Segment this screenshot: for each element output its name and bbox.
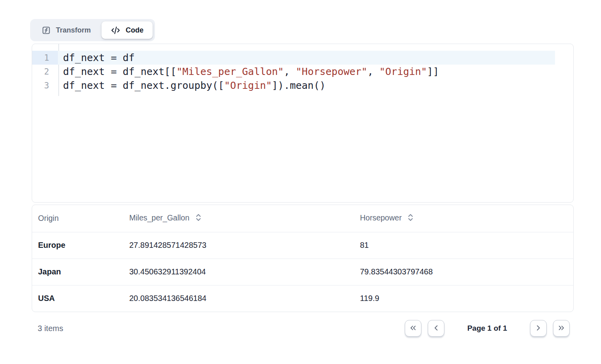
line-number: 3 bbox=[32, 79, 58, 92]
code-token: , bbox=[284, 66, 296, 77]
code-line[interactable]: 3 df_next = df_next.groupby(["Origin"]).… bbox=[32, 79, 573, 92]
code-token: df_next = df_next.groupby([ bbox=[63, 80, 224, 91]
code-line-text[interactable]: df_next = df_next[["Miles_per_Gallon", "… bbox=[58, 65, 555, 79]
page-status: Page 1 of 1 bbox=[467, 324, 507, 333]
code-token: ]] bbox=[427, 66, 439, 77]
code-token: df_next = df_next[[ bbox=[63, 66, 176, 77]
tab-transform-label: Transform bbox=[56, 26, 91, 34]
table-row: Japan 30.450632911392404 79.835443037974… bbox=[32, 259, 573, 285]
chevron-left-icon bbox=[432, 324, 440, 333]
code-token-string: "Origin" bbox=[379, 66, 427, 77]
cell-horsepower: 119.9 bbox=[354, 285, 573, 312]
table-footer: 3 items Page 1 of 1 bbox=[32, 312, 574, 345]
chevron-right-icon bbox=[534, 324, 543, 333]
tab-transform[interactable]: Transform bbox=[33, 21, 100, 39]
previous-page-button[interactable] bbox=[428, 320, 444, 337]
first-page-button[interactable] bbox=[405, 320, 421, 337]
code-line[interactable]: 2 df_next = df_next[["Miles_per_Gallon",… bbox=[32, 65, 573, 79]
code-token: df_next = df bbox=[63, 52, 135, 63]
code-token: ]).mean() bbox=[272, 80, 325, 91]
next-page-button[interactable] bbox=[530, 320, 547, 337]
cell-horsepower: 81 bbox=[354, 232, 573, 259]
cell-miles-per-gallon: 20.083534136546184 bbox=[123, 285, 354, 312]
code-token-string: "Origin" bbox=[224, 80, 272, 91]
code-icon bbox=[111, 25, 121, 35]
column-header-origin: Origin bbox=[32, 205, 123, 232]
column-header-horsepower[interactable]: Horsepower bbox=[354, 205, 573, 232]
code-line[interactable]: 1 df_next = df bbox=[32, 51, 573, 65]
pagination: Page 1 of 1 bbox=[405, 320, 570, 337]
code-token: , bbox=[367, 66, 379, 77]
cell-horsepower: 79.83544303797468 bbox=[354, 259, 573, 285]
chevrons-left-icon bbox=[409, 324, 417, 333]
code-token-string: "Horsepower" bbox=[296, 66, 367, 77]
table-header-row: Origin Miles_per_Gallon Horsepower bbox=[32, 205, 573, 232]
cell-origin: Japan bbox=[32, 259, 123, 285]
code-content: 1 df_next = df 2 df_next = df_next[["Mil… bbox=[32, 44, 573, 92]
table-row: USA 20.083534136546184 119.9 bbox=[32, 285, 573, 312]
code-line-text[interactable]: df_next = df_next.groupby(["Origin"]).me… bbox=[58, 79, 555, 92]
code-editor[interactable]: 1 df_next = df 2 df_next = df_next[["Mil… bbox=[32, 44, 574, 203]
sort-chevrons-icon bbox=[408, 215, 413, 223]
column-header-miles-per-gallon[interactable]: Miles_per_Gallon bbox=[123, 205, 354, 232]
code-token-string: "Miles_per_Gallon" bbox=[176, 66, 284, 77]
line-number: 1 bbox=[32, 51, 58, 65]
cell-origin: USA bbox=[32, 285, 123, 312]
cell-miles-per-gallon: 27.891428571428573 bbox=[123, 232, 354, 259]
line-number: 2 bbox=[32, 65, 58, 79]
tab-code[interactable]: Code bbox=[101, 21, 153, 39]
sort-chevrons-icon bbox=[196, 215, 201, 223]
items-count: 3 items bbox=[38, 324, 63, 333]
code-line-text[interactable]: df_next = df bbox=[58, 51, 555, 65]
result-table: Origin Miles_per_Gallon Horsepower Europ… bbox=[32, 205, 574, 312]
function-square-icon bbox=[42, 26, 51, 35]
table-row: Europe 27.891428571428573 81 bbox=[32, 232, 573, 259]
view-mode-tabs: Transform Code bbox=[30, 19, 155, 41]
cell-origin: Europe bbox=[32, 232, 123, 259]
tab-code-label: Code bbox=[126, 26, 144, 34]
cell-miles-per-gallon: 30.450632911392404 bbox=[123, 259, 354, 285]
chevrons-right-icon bbox=[557, 324, 566, 333]
last-page-button[interactable] bbox=[553, 320, 570, 337]
